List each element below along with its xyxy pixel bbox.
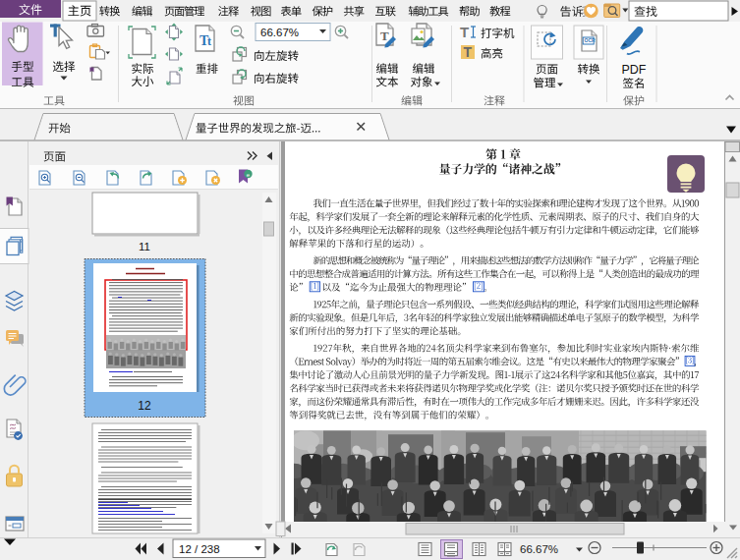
svg-text:T: T bbox=[380, 28, 389, 43]
svg-text:OCR: OCR bbox=[585, 37, 597, 43]
svg-text:66.67%: 66.67% bbox=[260, 27, 299, 38]
svg-text:66.67%: 66.67% bbox=[520, 543, 558, 555]
svg-text:11: 11 bbox=[139, 241, 150, 252]
svg-text:12 / 238: 12 / 238 bbox=[179, 543, 220, 555]
svg-text:T: T bbox=[464, 44, 473, 60]
svg-text:T: T bbox=[460, 24, 469, 40]
svg-text:12: 12 bbox=[138, 399, 151, 413]
svg-text:PDF: PDF bbox=[622, 63, 647, 77]
svg-text:t: t bbox=[207, 34, 211, 48]
